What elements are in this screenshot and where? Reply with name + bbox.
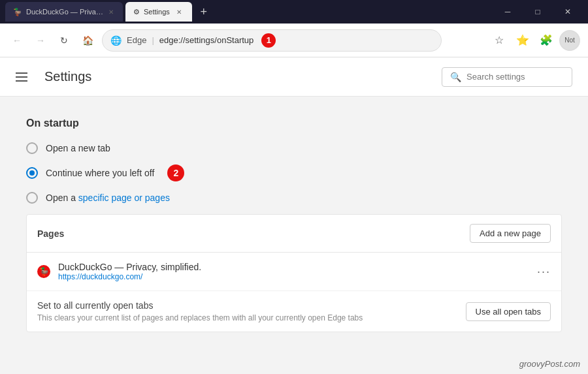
page-menu-button[interactable]: ··· [537, 265, 551, 279]
open-tabs-description: This clears your current list of pages a… [37, 313, 363, 322]
section-title: On startup [26, 117, 562, 129]
radio-circle-continue [26, 167, 38, 179]
extension-icon[interactable]: 🧩 [536, 30, 557, 51]
open-tabs-title: Set to all currently open tabs [37, 300, 363, 311]
tab-inactive-label: DuckDuckGo — Privacy, simplifie... [26, 8, 104, 16]
pages-header: Pages Add a new page [27, 215, 561, 253]
watermark: groovyPost.com [519, 359, 580, 369]
tab-active-close[interactable]: ✕ [174, 7, 184, 17]
open-tabs-header: Set to all currently open tabs This clea… [27, 291, 561, 332]
radio-open-new-tab[interactable]: Open a new tab [26, 142, 562, 154]
search-icon: 🔍 [450, 72, 461, 82]
radio-circle-specific [26, 192, 38, 204]
new-tab-button[interactable]: + [195, 3, 213, 21]
url-divider: | [152, 35, 154, 45]
url-edge-label: Edge [127, 35, 146, 45]
url-path: edge://settings/onStartup [159, 35, 254, 45]
page-name: DuckDuckGo — Privacy, simplified. [58, 262, 529, 272]
page-favicon: 🦆 [37, 265, 50, 278]
search-settings-box[interactable]: 🔍 [442, 67, 572, 87]
specific-page-link[interactable]: specific page or pages [78, 193, 170, 203]
page-title: Settings [44, 69, 91, 84]
window-controls: ─ □ ✕ [493, 0, 583, 23]
add-new-page-button[interactable]: Add a new page [470, 224, 551, 243]
radio-circle-new-tab [26, 142, 38, 154]
radio-continue[interactable]: Continue where you left off 2 [26, 164, 562, 181]
pages-label: Pages [37, 228, 64, 239]
title-bar: 🦆 DuckDuckGo — Privacy, simplifie... ✕ ⚙… [0, 0, 588, 23]
page-info: DuckDuckGo — Privacy, simplified. https:… [58, 262, 529, 281]
tab-settings[interactable]: ⚙ Settings ✕ [125, 2, 192, 22]
refresh-button[interactable]: ↻ [55, 31, 73, 50]
search-settings-input[interactable] [466, 72, 564, 82]
favorites-icon[interactable]: ☆ [489, 30, 510, 51]
minimize-button[interactable]: ─ [493, 0, 523, 23]
main-content: On startup Open a new tab Continue where… [0, 97, 588, 374]
collection-icon[interactable]: ⭐ [512, 30, 533, 51]
page-url: https://duckduckgo.com/ [58, 272, 529, 281]
radio-label-new-tab: Open a new tab [46, 143, 110, 153]
tab-inactive-close[interactable]: ✕ [108, 7, 115, 17]
url-bar[interactable]: 🌐 Edge | edge://settings/onStartup 1 [102, 29, 442, 52]
step-badge-2: 2 [167, 164, 184, 181]
maximize-button[interactable]: □ [523, 0, 553, 23]
page-item-duckduckgo: 🦆 DuckDuckGo — Privacy, simplified. http… [27, 253, 561, 291]
hamburger-menu[interactable] [16, 68, 34, 86]
tab-duckduckgo[interactable]: 🦆 DuckDuckGo — Privacy, simplifie... ✕ [5, 2, 123, 22]
pages-section: Pages Add a new page 🦆 DuckDuckGo — Priv… [26, 214, 562, 332]
radio-label-continue: Continue where you left off [46, 168, 154, 178]
url-path-highlight: onStartup [217, 35, 253, 45]
step-badge-1: 1 [261, 33, 276, 48]
use-open-tabs-button[interactable]: Use all open tabs [466, 302, 551, 321]
radio-label-specific: Open a specific page or pages [46, 193, 170, 203]
profile-label: Not [564, 37, 575, 44]
address-bar: ← → ↻ 🏠 🌐 Edge | edge://settings/onStart… [0, 23, 588, 57]
forward-button[interactable]: → [31, 31, 50, 50]
edge-logo: 🌐 [110, 35, 122, 46]
home-button[interactable]: 🏠 [78, 31, 97, 50]
open-tabs-info: Set to all currently open tabs This clea… [37, 300, 363, 322]
radio-specific-page[interactable]: Open a specific page or pages [26, 192, 562, 204]
close-button[interactable]: ✕ [553, 0, 583, 23]
back-button[interactable]: ← [8, 31, 26, 50]
profile-button[interactable]: Not [559, 30, 580, 51]
toolbar-icons: ☆ ⭐ 🧩 Not [489, 30, 580, 51]
tab-active-label: Settings [144, 8, 170, 16]
settings-header: Settings 🔍 [0, 57, 588, 97]
